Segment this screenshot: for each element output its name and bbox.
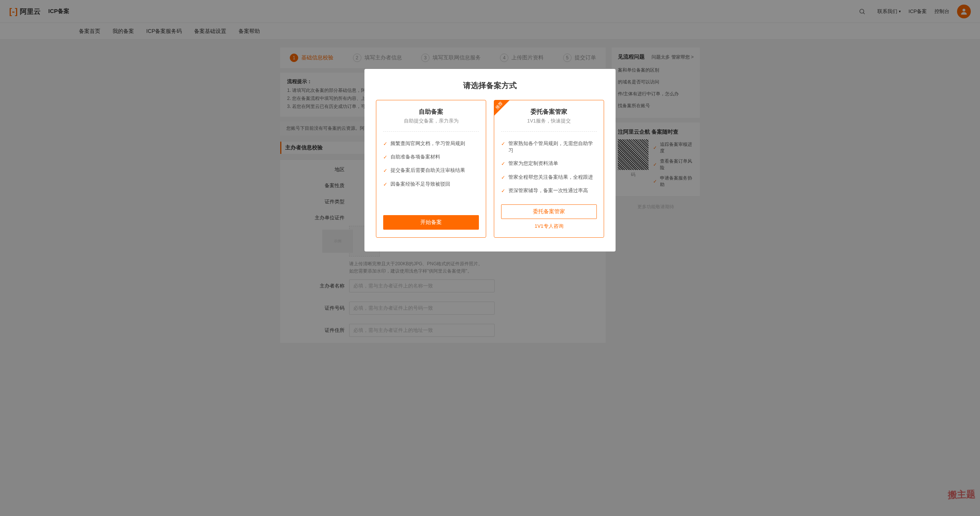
check-icon: ✓ [501, 174, 505, 181]
self-feature: ✓频繁查阅官网文档，学习管局规则 [383, 137, 479, 150]
check-icon: ✓ [501, 188, 505, 194]
divider [501, 131, 597, 132]
agent-feature: ✓管家全程帮您关注备案结果，全程跟进 [501, 171, 597, 184]
self-card-subtitle: 自助提交备案，亲力亲为 [383, 118, 479, 124]
start-self-filing-button[interactable]: 开始备案 [383, 215, 479, 230]
divider [383, 131, 479, 132]
check-icon: ✓ [383, 181, 387, 188]
agent-card-subtitle: 1V1服务，快速提交 [501, 118, 597, 124]
check-icon: ✓ [501, 140, 505, 147]
consult-link[interactable]: 1V1专人咨询 [501, 223, 597, 230]
agent-feature: ✓管家熟知各个管局规则，无需您自助学习 [501, 137, 597, 157]
self-feature: ✓提交备案后需要自助关注审核结果 [383, 164, 479, 177]
filing-method-modal: 请选择备案方式 自助备案 自助提交备案，亲力亲为 ✓频繁查阅官网文档，学习管局规… [364, 69, 616, 251]
agent-filing-card: 推荐 委托备案管家 1V1服务，快速提交 ✓管家熟知各个管局规则，无需您自助学习… [494, 100, 604, 238]
check-icon: ✓ [383, 140, 387, 147]
self-feature: ✓自助准备各项备案材料 [383, 150, 479, 164]
agent-card-title: 委托备案管家 [501, 108, 597, 116]
modal-overlay: 请选择备案方式 自助备案 自助提交备案，亲力亲为 ✓频繁查阅官网文档，学习管局规… [0, 0, 980, 358]
check-icon: ✓ [501, 160, 505, 167]
check-icon: ✓ [383, 167, 387, 174]
agent-feature: ✓管家为您定制资料清单 [501, 157, 597, 170]
self-card-title: 自助备案 [383, 108, 479, 116]
check-icon: ✓ [383, 154, 387, 161]
self-feature: ✓因备案经验不足导致被驳回 [383, 178, 479, 191]
modal-title: 请选择备案方式 [376, 80, 604, 91]
self-filing-card: 自助备案 自助提交备案，亲力亲为 ✓频繁查阅官网文档，学习管局规则 ✓自助准备各… [376, 100, 486, 238]
agent-filing-button[interactable]: 委托备案管家 [501, 204, 597, 219]
agent-feature: ✓资深管家辅导，备案一次性通过率高 [501, 184, 597, 198]
